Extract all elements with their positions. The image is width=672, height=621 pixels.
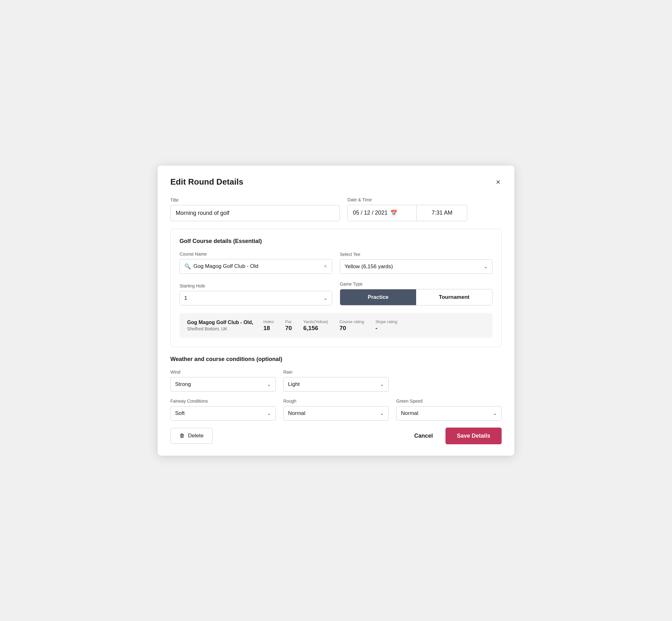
chevron-down-icon-4: ⌄: [380, 381, 384, 387]
date-time-inputs: 05 / 12 / 2021 📅 7:31 AM: [347, 205, 502, 221]
rough-dropdown[interactable]: Normal ⌄: [283, 406, 389, 421]
chevron-down-icon-2: ⌄: [323, 295, 328, 301]
game-type-toggle: Practice Tournament: [340, 289, 493, 305]
rough-group: Rough Normal ⌄: [283, 399, 389, 421]
wind-group: Wind Strong ⌄: [170, 370, 276, 391]
course-stats: Holes 18 Par 70 Yards(Yellow) 6,156 Cour…: [263, 319, 397, 332]
golf-course-title: Golf Course details (Essential): [179, 238, 493, 245]
par-stat: Par 70: [285, 319, 292, 332]
starting-hole-group: Starting Hole 1 ⌄: [179, 283, 332, 305]
select-tee-value: Yellow (6,156 yards): [344, 263, 393, 270]
course-info-name-group: Gog Magog Golf Club - Old, Shelford Bott…: [187, 320, 253, 331]
course-name-label: Course Name: [179, 251, 332, 256]
save-button[interactable]: Save Details: [446, 427, 502, 444]
search-icon: 🔍: [184, 263, 191, 270]
datetime-field-group: Date & Time 05 / 12 / 2021 📅 7:31 AM: [347, 197, 502, 221]
clear-icon[interactable]: ✕: [323, 263, 328, 269]
course-name-group: Course Name 🔍 Gog Magog Golf Club - Old …: [179, 251, 332, 274]
title-field-group: Title: [170, 198, 340, 221]
datetime-label: Date & Time: [347, 197, 502, 202]
chevron-down-icon-3: ⌄: [267, 381, 271, 387]
fairway-label: Fairway Conditions: [170, 399, 276, 404]
par-value: 70: [285, 325, 292, 332]
footer-row: 🗑 Delete Cancel Save Details: [170, 427, 502, 444]
course-name-value: Gog Magog Golf Club - Old: [194, 263, 321, 270]
footer-right: Cancel Save Details: [412, 427, 502, 444]
golf-course-section: Golf Course details (Essential) Course N…: [170, 229, 502, 347]
time-value: 7:31 AM: [432, 210, 452, 216]
holes-value: 18: [263, 325, 270, 332]
green-speed-group: Green Speed Normal ⌄: [396, 399, 502, 421]
starting-hole-value: 1: [184, 295, 187, 301]
game-type-group: Game Type Practice Tournament: [340, 282, 493, 305]
chevron-down-icon: ⌄: [484, 263, 488, 270]
holes-label: Holes: [263, 319, 274, 324]
green-speed-value: Normal: [401, 410, 418, 417]
yards-label: Yards(Yellow): [303, 319, 328, 324]
date-input[interactable]: 05 / 12 / 2021 📅: [347, 205, 417, 221]
yards-stat: Yards(Yellow) 6,156: [303, 319, 328, 332]
par-label: Par: [285, 319, 292, 324]
rain-label: Rain: [283, 370, 389, 375]
weather-section: Weather and course conditions (optional)…: [170, 356, 502, 421]
practice-button[interactable]: Practice: [340, 289, 416, 305]
fairway-rough-green-row: Fairway Conditions Soft ⌄ Rough Normal ⌄…: [170, 399, 502, 421]
cancel-button[interactable]: Cancel: [412, 428, 435, 444]
edit-round-modal: Edit Round Details × Title Date & Time 0…: [158, 166, 514, 456]
time-input[interactable]: 7:31 AM: [417, 205, 467, 221]
slope-rating-label: Slope rating: [375, 319, 397, 324]
course-rating-stat: Course rating 70: [339, 319, 364, 332]
fairway-group: Fairway Conditions Soft ⌄: [170, 399, 276, 421]
rough-label: Rough: [283, 399, 389, 404]
delete-label: Delete: [188, 432, 204, 439]
rain-value: Light: [288, 381, 300, 387]
modal-title: Edit Round Details: [170, 177, 243, 187]
wind-rain-row: Wind Strong ⌄ Rain Light ⌄: [170, 370, 502, 391]
tournament-button[interactable]: Tournament: [416, 289, 492, 305]
green-speed-dropdown[interactable]: Normal ⌄: [396, 406, 502, 421]
wind-value: Strong: [175, 381, 191, 387]
green-speed-label: Green Speed: [396, 399, 502, 404]
course-info-location: Shelford Bottom, UK: [187, 326, 253, 331]
title-input[interactable]: [170, 205, 340, 221]
hole-gametype-row: Starting Hole 1 ⌄ Game Type Practice Tou…: [179, 282, 493, 305]
close-button[interactable]: ×: [495, 177, 502, 187]
modal-header: Edit Round Details ×: [170, 177, 502, 187]
chevron-down-icon-5: ⌄: [267, 410, 271, 416]
trash-icon: 🗑: [179, 432, 185, 439]
title-datetime-row: Title Date & Time 05 / 12 / 2021 📅 7:31 …: [170, 197, 502, 221]
select-tee-group: Select Tee Yellow (6,156 yards) ⌄: [340, 252, 493, 274]
title-label: Title: [170, 198, 340, 203]
weather-section-title: Weather and course conditions (optional): [170, 356, 502, 363]
chevron-down-icon-7: ⌄: [493, 410, 497, 416]
rain-dropdown[interactable]: Light ⌄: [283, 377, 389, 391]
calendar-icon: 📅: [390, 210, 397, 216]
course-tee-row: Course Name 🔍 Gog Magog Golf Club - Old …: [179, 251, 493, 274]
slope-rating-stat: Slope rating -: [375, 319, 397, 332]
chevron-down-icon-6: ⌄: [380, 410, 384, 416]
course-info-box: Gog Magog Golf Club - Old, Shelford Bott…: [179, 313, 493, 338]
game-type-label: Game Type: [340, 282, 493, 287]
select-tee-label: Select Tee: [340, 252, 493, 257]
holes-stat: Holes 18: [263, 319, 274, 332]
fairway-dropdown[interactable]: Soft ⌄: [170, 406, 276, 421]
wind-label: Wind: [170, 370, 276, 375]
wind-dropdown[interactable]: Strong ⌄: [170, 377, 276, 391]
course-rating-value: 70: [339, 325, 346, 332]
rain-spacer: [396, 370, 502, 391]
course-info-name: Gog Magog Golf Club - Old,: [187, 320, 253, 325]
starting-hole-label: Starting Hole: [179, 283, 332, 288]
slope-rating-value: -: [375, 325, 377, 332]
yards-value: 6,156: [303, 325, 318, 332]
rain-group: Rain Light ⌄: [283, 370, 389, 391]
fairway-value: Soft: [175, 410, 184, 417]
select-tee-dropdown[interactable]: Yellow (6,156 yards) ⌄: [340, 259, 493, 274]
date-value: 05 / 12 / 2021: [353, 210, 387, 216]
course-name-input[interactable]: 🔍 Gog Magog Golf Club - Old ✕: [179, 259, 332, 274]
delete-button[interactable]: 🗑 Delete: [170, 428, 213, 444]
rough-value: Normal: [288, 410, 305, 417]
course-rating-label: Course rating: [339, 319, 364, 324]
starting-hole-dropdown[interactable]: 1 ⌄: [179, 291, 332, 305]
